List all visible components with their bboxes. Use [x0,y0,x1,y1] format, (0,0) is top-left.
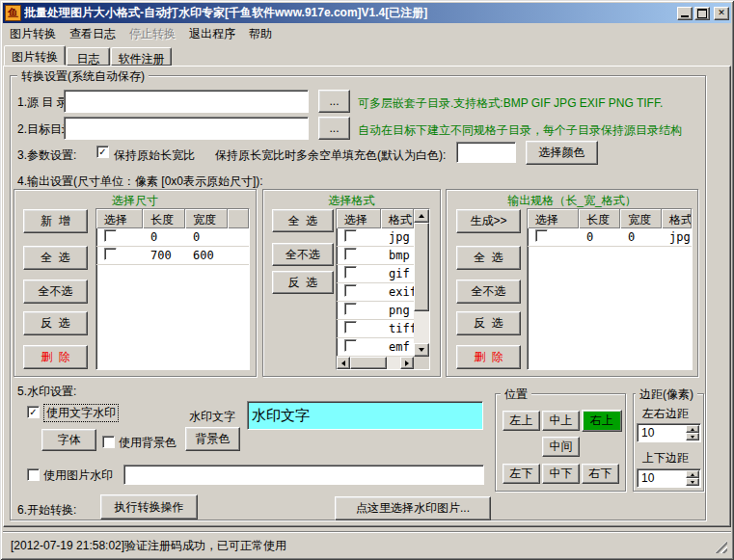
image-watermark-path-input[interactable] [123,465,484,485]
format-row-checkbox[interactable] [344,339,357,352]
position-bottom-right-button[interactable]: 右下 [582,464,619,484]
format-table-row[interactable]: emf [337,338,414,357]
size-select-none-button[interactable]: 全不选 [23,280,88,304]
position-top-right-button[interactable]: 右上 [582,410,622,432]
close-button[interactable]: ✕ [714,7,729,20]
tb-margin-up-button[interactable] [686,470,699,478]
horizontal-scrollbar[interactable] [337,357,414,369]
browse-source-button[interactable]: ... [318,90,350,113]
choose-color-button[interactable]: 选择颜色 [526,141,598,165]
use-text-watermark-label[interactable]: 使用文字水印 [43,404,119,422]
watermark-text-input[interactable] [247,401,483,430]
format-table-row[interactable]: png [337,302,414,320]
scroll-up-button[interactable] [414,209,429,223]
position-top-center-button[interactable]: 中上 [542,411,580,431]
fill-color-input[interactable] [456,142,516,163]
spec-table-row[interactable]: 0 0 jpg [528,228,692,247]
spec-table: 选择 长度 宽度 格式 0 0 jpg [527,208,693,370]
format-table-row[interactable]: exif [337,283,414,302]
tab-log[interactable]: 日志 [67,47,110,66]
format-invert-button[interactable]: 反 选 [272,271,334,294]
size-invert-button[interactable]: 反 选 [23,311,88,335]
spec-delete-button[interactable]: 删 除 [456,345,521,369]
position-bottom-center-button[interactable]: 中下 [542,464,580,484]
spec-col-select[interactable]: 选择 [528,209,579,228]
keep-ratio-checkbox[interactable]: ✓ [96,146,109,158]
menu-item-view-log[interactable]: 查看日志 [64,25,122,43]
choose-watermark-image-button[interactable]: 点这里选择水印图片... [335,496,491,520]
keep-ratio-label: 保持原始长宽比 [114,147,195,164]
spec-generate-button[interactable]: 生成>> [456,209,521,233]
spec-row-checkbox[interactable] [535,229,548,242]
size-row-checkbox[interactable] [104,248,117,260]
bg-color-button[interactable]: 背景色 [185,427,240,451]
spec-select-none-button[interactable]: 全不选 [456,280,521,304]
lr-margin-input[interactable] [639,425,684,440]
watermark-section-label: 5.水印设置: [17,384,76,400]
format-row-checkbox[interactable] [344,284,357,297]
fill-color-label: 保持原长宽比时多余空单填充色(默认为白色): [215,147,446,164]
format-table-row[interactable]: gif [337,265,414,283]
execute-convert-button[interactable]: 执行转换操作 [100,494,198,520]
lr-margin-up-button[interactable] [686,425,699,433]
format-table-row[interactable]: bmp [337,247,414,265]
scrollbar-corner [414,357,429,369]
minimize-button[interactable] [677,7,693,20]
vertical-scrollbar[interactable] [414,209,429,357]
format-col-select[interactable]: 选择 [337,209,381,228]
maximize-button[interactable] [694,7,710,20]
position-center-button[interactable]: 中间 [542,437,580,457]
lr-margin-spinner[interactable] [637,423,701,442]
size-row-checkbox[interactable] [104,229,117,242]
size-table-row[interactable]: 0 0 [96,228,249,247]
source-dir-input[interactable] [64,90,309,113]
spec-invert-button[interactable]: 反 选 [456,311,521,335]
vertical-scroll-thumb[interactable] [414,223,429,311]
format-row-checkbox[interactable] [344,229,357,242]
scroll-right-button[interactable] [400,357,414,369]
use-image-watermark-checkbox[interactable] [27,468,40,481]
position-top-left-button[interactable]: 左上 [503,411,540,431]
tb-margin-spinner[interactable] [637,468,701,488]
lr-margin-down-button[interactable] [686,433,699,440]
format-table: 选择 格式 jpg bmp gif exif [336,208,430,370]
target-dir-input[interactable] [64,117,309,140]
size-col-select[interactable]: 选择 [96,209,143,228]
scroll-down-button[interactable] [414,343,429,357]
scroll-left-button[interactable] [337,357,350,369]
format-row-checkbox[interactable] [344,266,357,279]
format-table-row[interactable]: tiff [337,320,414,338]
use-text-watermark-checkbox[interactable]: ✓ [27,406,40,418]
format-table-row[interactable]: jpg [337,228,414,247]
font-button[interactable]: 字体 [41,429,96,451]
menu-item-help[interactable]: 帮助 [243,25,278,43]
menu-item-image-convert[interactable]: 图片转换 [4,25,62,43]
format-row-checkbox[interactable] [344,248,357,260]
title-bar[interactable]: 鱼 批量处理图片大小格式-自动打水印专家[千鱼软件www.917e.com]V1… [3,3,731,23]
tab-image-convert[interactable]: 图片转换 [4,45,66,66]
size-delete-button[interactable]: 删 除 [23,345,88,369]
spec-col-width[interactable]: 宽度 [620,209,662,228]
size-table-row[interactable]: 700 600 [96,247,249,265]
resize-grip-icon[interactable] [715,541,727,553]
horizontal-scroll-thumb[interactable] [350,357,387,369]
format-row-checkbox[interactable] [344,303,357,315]
format-row-checkbox[interactable] [344,321,357,333]
spec-col-format[interactable]: 格式 [662,209,692,228]
menu-item-exit[interactable]: 退出程序 [183,25,241,43]
size-col-width[interactable]: 宽度 [185,209,228,228]
tb-margin-input[interactable] [639,470,684,485]
browse-target-button[interactable]: ... [318,117,350,140]
spec-col-length[interactable]: 长度 [579,209,620,228]
format-col-format[interactable]: 格式 [381,209,414,228]
size-add-button[interactable]: 新 增 [23,209,88,233]
tab-register[interactable]: 软件注册 [111,47,172,66]
format-select-all-button[interactable]: 全 选 [272,209,334,232]
format-select-none-button[interactable]: 全不选 [272,243,334,266]
use-bg-color-checkbox[interactable] [102,436,115,448]
position-bottom-left-button[interactable]: 左下 [503,464,540,484]
size-select-all-button[interactable]: 全 选 [23,246,88,270]
spec-select-all-button[interactable]: 全 选 [456,246,521,270]
size-col-length[interactable]: 长度 [143,209,185,228]
tb-margin-down-button[interactable] [686,478,699,486]
